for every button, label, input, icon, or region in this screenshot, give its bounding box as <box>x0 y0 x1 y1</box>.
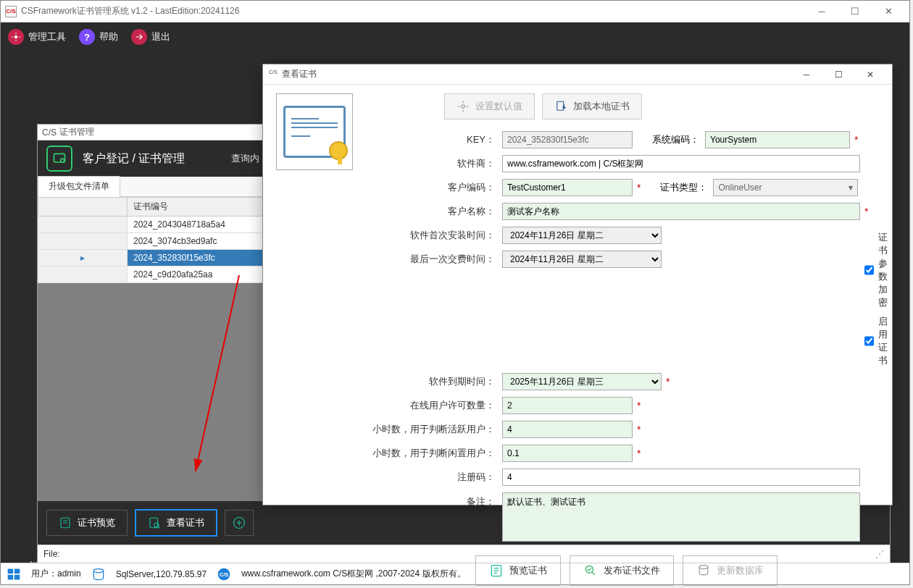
label-idle-hours: 小时数，用于判断闲置用户： <box>364 447 502 460</box>
modal-title: 查看证书 <box>282 68 317 80</box>
menu-exit[interactable]: 退出 <box>131 29 170 45</box>
file-label: File: <box>43 549 60 559</box>
windows-icon <box>7 567 21 581</box>
minimize-button[interactable]: ─ <box>805 1 838 22</box>
label-customer-code: 客户编码： <box>364 181 502 194</box>
svg-point-14 <box>462 105 465 109</box>
field-last-pay[interactable]: 2024年11月26日 星期二 <box>502 251 662 268</box>
svg-point-11 <box>93 568 103 572</box>
label-cert-type: 证书类型： <box>655 181 713 194</box>
svg-rect-8 <box>14 568 20 574</box>
svg-point-0 <box>14 35 18 39</box>
field-first-install[interactable]: 2024年11月26日 星期二 <box>502 227 662 244</box>
doc-load-icon <box>554 100 567 113</box>
check-encrypt[interactable]: 证书参数加密 <box>864 231 888 309</box>
close-button[interactable]: ✕ <box>872 1 905 22</box>
svg-rect-1 <box>54 154 65 162</box>
set-default-button[interactable]: 设置默认值 <box>444 93 535 119</box>
view-cert-button[interactable]: 查看证书 <box>135 509 217 537</box>
label-sys-code: 系统编码： <box>647 133 705 146</box>
label-vendor: 软件商： <box>364 157 502 170</box>
field-online-users[interactable] <box>502 397 633 414</box>
titlebar: C/S CSFramework证书管理系统 v1.2 - LastEdition… <box>1 1 909 22</box>
modal-icon: C/S <box>269 70 279 80</box>
check-enable[interactable]: 启用证书 <box>864 315 888 367</box>
field-vendor[interactable] <box>502 155 860 172</box>
chevron-down-icon: ▾ <box>849 182 853 193</box>
doc-icon <box>59 516 72 529</box>
field-customer-code[interactable] <box>502 179 633 196</box>
menu-tools[interactable]: 管理工具 <box>8 29 66 45</box>
field-reg-code[interactable] <box>502 469 860 486</box>
field-idle-hours[interactable] <box>502 445 633 462</box>
app-title: CSFramework证书管理系统 v1.2 - LastEdition:202… <box>21 5 239 17</box>
preview-cert-button[interactable]: 证书预览 <box>46 510 128 536</box>
search-doc-icon <box>148 516 161 529</box>
logo-icon: C/S <box>217 567 231 581</box>
publish-icon <box>583 563 598 578</box>
maximize-button[interactable]: ☐ <box>838 1 872 22</box>
svg-rect-7 <box>8 568 14 574</box>
field-expire[interactable]: 2025年11月26日 星期三 <box>502 373 662 390</box>
user-label: 用户：admin <box>31 568 81 580</box>
cert-header-icon <box>46 146 72 172</box>
update-db-button[interactable]: 更新数据库 <box>683 555 777 586</box>
view-cert-modal: C/S 查看证书 ─ ☐ ✕ 设置默认值 <box>262 64 893 505</box>
svg-point-5 <box>154 523 159 527</box>
gear-icon <box>456 100 470 113</box>
label-remarks: 备注： <box>364 492 502 508</box>
child-icon: C/S <box>42 127 57 138</box>
label-key: KEY： <box>364 133 502 146</box>
label-expire: 软件到期时间： <box>364 375 502 388</box>
field-key: 2024_352830f15e3fc <box>502 131 633 148</box>
svg-text:C/S: C/S <box>220 571 229 578</box>
menu-help[interactable]: ? 帮助 <box>79 29 118 45</box>
menubar: 管理工具 ? 帮助 退出 <box>1 22 909 51</box>
child-title: 证书管理 <box>59 126 94 138</box>
modal-maximize[interactable]: ☐ <box>822 64 854 85</box>
child-header-title: 客户登记 / 证书管理 <box>83 151 185 167</box>
label-online-users: 在线用户许可数量： <box>364 399 502 412</box>
load-local-button[interactable]: 加载本地证书 <box>542 93 642 119</box>
app-icon: C/S <box>5 6 17 17</box>
search-label: 查询内 <box>231 152 259 165</box>
db-info: SqlServer,120.79.85.97 <box>116 569 207 579</box>
field-sys-code[interactable] <box>705 131 850 148</box>
label-last-pay: 最后一次交费时间： <box>364 253 502 266</box>
svg-rect-15 <box>557 101 564 110</box>
tools-icon <box>8 29 24 45</box>
modal-titlebar: C/S 查看证书 ─ ☐ ✕ <box>263 64 892 85</box>
label-reg-code: 注册码： <box>364 471 502 484</box>
field-customer-name[interactable] <box>502 203 860 220</box>
svg-rect-10 <box>14 574 20 579</box>
preview-icon <box>489 563 504 578</box>
label-active-hours: 小时数，用于判断活跃用户： <box>364 423 502 436</box>
exit-icon <box>131 29 147 45</box>
required-marker: * <box>854 134 858 146</box>
preview-button[interactable]: 预览证书 <box>475 555 561 586</box>
row-header-col <box>38 198 128 217</box>
publish-button[interactable]: 发布证书文件 <box>570 555 674 586</box>
tab-upgrade-files[interactable]: 升级包文件清单 <box>38 176 120 197</box>
field-cert-type[interactable]: OnlineUser ▾ <box>713 179 858 196</box>
db-icon <box>91 567 106 581</box>
modal-minimize[interactable]: ─ <box>791 64 822 85</box>
svg-rect-9 <box>8 574 14 579</box>
label-first-install: 软件首次安装时间： <box>364 229 502 242</box>
modal-close[interactable]: ✕ <box>854 64 886 85</box>
add-button[interactable] <box>225 510 254 536</box>
label-customer-name: 客户名称： <box>364 205 502 218</box>
field-active-hours[interactable] <box>502 421 633 438</box>
svg-point-18 <box>699 566 708 569</box>
field-remarks[interactable] <box>502 492 860 542</box>
plus-icon <box>233 516 246 529</box>
help-icon: ? <box>79 29 95 45</box>
cert-icon <box>276 93 353 170</box>
svg-point-2 <box>61 159 64 162</box>
db-update-icon <box>696 563 711 578</box>
